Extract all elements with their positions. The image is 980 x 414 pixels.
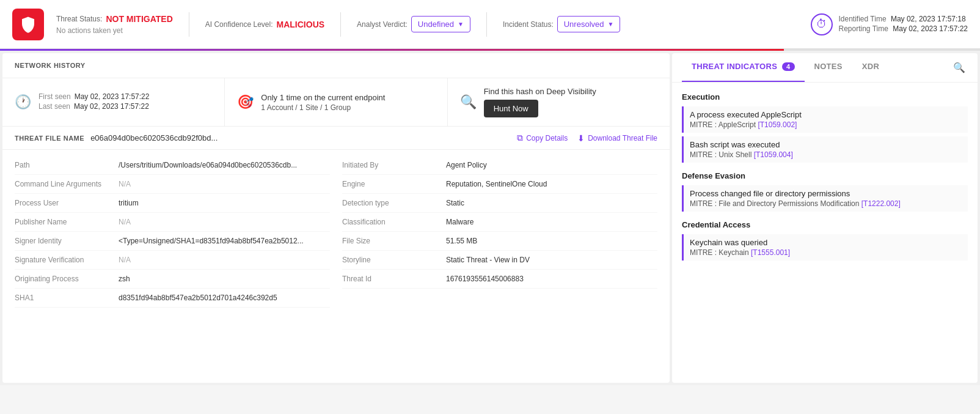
- threat-file-name-value: e06a094d0bec6020536cdb92f0bd...: [90, 133, 511, 142]
- network-stat-seen: 🕐 First seen May 02, 2023 17:57:22 Last …: [2, 78, 225, 126]
- detail-detection: Detection type Static: [342, 194, 657, 213]
- file-permissions-main: Process changed file or directory permis…: [690, 189, 962, 198]
- applescript-mitre: MITRE : AppleScript [T1059.002]: [690, 120, 962, 129]
- defense-evasion-title: Defense Evasion: [682, 171, 968, 180]
- engine-value: Reputation, SentinelOne Cloud: [446, 180, 547, 188]
- filesize-label: File Size: [342, 237, 440, 245]
- tab-xdr[interactable]: XDR: [852, 53, 889, 82]
- clock-icon: 🕐: [15, 94, 31, 110]
- chevron-down-icon-2: ▼: [607, 21, 613, 28]
- detail-publisher: Publisher Name N/A: [15, 213, 330, 232]
- initiated-label: Initiated By: [342, 161, 440, 169]
- detail-classification: Classification Malware: [342, 213, 657, 232]
- tab-notes[interactable]: NOTES: [805, 53, 852, 82]
- detail-sha1: SHA1 d8351fd94ab8bf547ea2b5012d701a4246c…: [15, 289, 330, 308]
- mitre-link-T1222002[interactable]: [T1222.002]: [861, 199, 901, 208]
- endpoint-sub: 1 Account / 1 Site / 1 Group: [261, 103, 385, 112]
- analyst-verdict-label: Analyst Verdict:: [357, 20, 408, 29]
- download-label: Download Threat File: [588, 134, 657, 142]
- classification-value: Malware: [446, 218, 474, 226]
- engine-label: Engine: [342, 180, 440, 188]
- execution-section: Execution A process executed AppleScript…: [682, 92, 968, 163]
- defense-evasion-section: Defense Evasion Process changed file or …: [682, 171, 968, 212]
- stat-endpoint-text: Only 1 time on the current endpoint 1 Ac…: [261, 93, 385, 112]
- originating-label: Originating Process: [15, 275, 112, 283]
- threat-shield-icon: !: [12, 9, 44, 40]
- chevron-down-icon: ▼: [458, 21, 464, 28]
- threat-file-header: THREAT FILE NAME e06a094d0bec6020536cdb9…: [2, 127, 670, 150]
- analyst-verdict-selected: Undefined: [418, 20, 454, 29]
- cmd-label: Command Line Arguments: [15, 180, 112, 188]
- path-label: Path: [15, 161, 112, 169]
- download-icon: ⬇: [577, 133, 585, 143]
- right-panel: THREAT INDICATORS 4 NOTES XDR 🔍 Executio…: [672, 53, 978, 383]
- storyline-value: Static Threat - View in DV: [446, 256, 530, 264]
- credential-access-title: Credential Access: [682, 220, 968, 229]
- sig-verify-value: N/A: [119, 256, 131, 264]
- first-seen-label: First seen: [38, 92, 71, 101]
- tab-threat-indicators-label: THREAT INDICATORS: [692, 62, 777, 71]
- endpoint-main: Only 1 time on the current endpoint: [261, 93, 385, 102]
- file-permissions-mitre: MITRE : File and Directory Permissions M…: [690, 199, 962, 208]
- process-user-label: Process User: [15, 199, 112, 207]
- process-user-value: tritium: [119, 199, 139, 207]
- copy-details-label: Copy Details: [526, 134, 568, 142]
- sha1-value: d8351fd94ab8bf547ea2b5012d701a4246c392d5: [119, 294, 277, 302]
- tab-threat-indicators[interactable]: THREAT INDICATORS 4: [682, 53, 805, 82]
- divider-2: [340, 12, 341, 37]
- network-stats: 🕐 First seen May 02, 2023 17:57:22 Last …: [2, 78, 670, 127]
- network-stat-hunt: 🔍 Find this hash on Deep Visibility Hunt…: [448, 78, 670, 126]
- mitre-link-T1555001[interactable]: [T1555.001]: [751, 248, 790, 257]
- bash-main: Bash script was executed: [690, 140, 962, 149]
- deep-visibility-text: Find this hash on Deep Visibility: [484, 87, 596, 96]
- keychain-main: Keychain was queried: [690, 238, 962, 247]
- details-grid: Path /Users/tritium/Downloads/e06a094d0b…: [2, 150, 670, 314]
- threat-id-label: Threat Id: [342, 275, 440, 283]
- detection-value: Static: [446, 199, 464, 207]
- analyst-verdict-select[interactable]: Undefined ▼: [411, 16, 470, 32]
- right-tabs: THREAT INDICATORS 4 NOTES XDR 🔍: [672, 53, 978, 83]
- keychain-mitre: MITRE : Keychain [T1555.001]: [690, 248, 962, 257]
- header-right: ⏱ Identified Time May 02, 2023 17:57:18 …: [811, 13, 968, 35]
- indicator-item-bash: Bash script was executed MITRE : Unix Sh…: [682, 136, 968, 163]
- timer-icon: ⏱: [811, 13, 833, 35]
- search-icon: 🔍: [953, 62, 965, 73]
- last-seen-value: May 02, 2023 17:57:22: [74, 102, 149, 111]
- analyst-verdict-block: Analyst Verdict: Undefined ▼: [357, 16, 470, 32]
- incident-status-selected: Unresolved: [564, 20, 604, 29]
- detail-filesize: File Size 51.55 MB: [342, 232, 657, 251]
- copy-icon: ⧉: [517, 133, 523, 143]
- publisher-label: Publisher Name: [15, 218, 112, 226]
- copy-details-button[interactable]: ⧉ Copy Details: [517, 133, 568, 143]
- identified-time-value: May 02, 2023 17:57:18: [891, 15, 966, 23]
- detection-label: Detection type: [342, 199, 440, 207]
- threat-file-actions: ⧉ Copy Details ⬇ Download Threat File: [517, 133, 657, 143]
- indicators-content: Execution A process executed AppleScript…: [672, 83, 978, 383]
- download-threat-file-button[interactable]: ⬇ Download Threat File: [577, 133, 657, 143]
- indicator-item-keychain: Keychain was queried MITRE : Keychain [T…: [682, 234, 968, 261]
- mitre-link-T1059002[interactable]: [T1059.002]: [758, 120, 797, 129]
- network-stat-endpoint: 🎯 Only 1 time on the current endpoint 1 …: [225, 78, 447, 126]
- divider-1: [189, 12, 189, 37]
- hunt-now-button[interactable]: Hunt Now: [484, 100, 538, 117]
- filesize-value: 51.55 MB: [446, 237, 477, 245]
- tab-threat-indicators-count: 4: [782, 62, 794, 71]
- identified-time-label: Identified Time: [839, 15, 887, 23]
- path-value: /Users/tritium/Downloads/e06a094d0bec602…: [119, 161, 297, 169]
- ai-confidence-label: AI Confidence Level:: [205, 20, 273, 29]
- details-right-col: Initiated By Agent Policy Engine Reputat…: [342, 156, 657, 308]
- threat-status-label: Threat Status:: [56, 15, 102, 23]
- initiated-value: Agent Policy: [446, 161, 487, 169]
- ai-confidence-block: AI Confidence Level: MALICIOUS: [205, 20, 324, 29]
- detail-initiated: Initiated By Agent Policy: [342, 156, 657, 175]
- incident-status-select[interactable]: Unresolved ▼: [557, 16, 621, 32]
- threat-id-value: 1676193556145006883: [446, 275, 524, 283]
- mitre-link-T1059004[interactable]: [T1059.004]: [754, 150, 793, 159]
- indicators-search-button[interactable]: 🔍: [951, 53, 968, 82]
- credential-access-section: Credential Access Keychain was queried M…: [682, 220, 968, 261]
- classification-label: Classification: [342, 218, 440, 226]
- signer-value: <Type=Unsigned/SHA1=d8351fd94ab8bf547ea2…: [119, 237, 304, 245]
- sha1-label: SHA1: [15, 294, 112, 302]
- detail-engine: Engine Reputation, SentinelOne Cloud: [342, 175, 657, 194]
- applescript-main: A process executed AppleScript: [690, 110, 962, 119]
